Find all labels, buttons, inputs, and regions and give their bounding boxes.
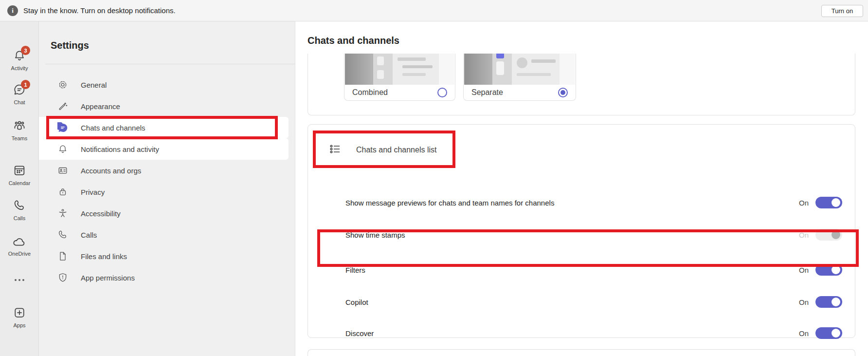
sidebar-item-label: Notifications and activity: [81, 145, 159, 153]
sidebar-item-label: App permissions: [81, 274, 135, 282]
turn-on-button[interactable]: Turn on: [821, 5, 863, 17]
toggle-state-label: On: [799, 266, 809, 274]
id-card-icon: [57, 165, 68, 176]
bell-icon: [57, 144, 68, 154]
sidebar-item-label: Chats and channels: [81, 124, 145, 132]
info-icon: i: [7, 5, 18, 16]
message-previews-toggle[interactable]: [815, 197, 842, 208]
chats-list-card: Chats and channels list Show message pre…: [307, 124, 855, 338]
setting-row-filters: Filters On: [345, 260, 842, 280]
rail-label: Calendar: [0, 180, 39, 186]
sidebar-divider: [45, 64, 295, 64]
option-tile-combined[interactable]: Combined: [344, 54, 455, 101]
sidebar-item-chats-and-channels[interactable]: Chats and channels: [39, 117, 289, 138]
rail-item-activity[interactable]: 3 Activity: [0, 49, 39, 71]
rail-label: Activity: [0, 65, 39, 71]
setting-label: Copilot: [345, 298, 368, 306]
banner-message: Stay in the know. Turn on desktop notifi…: [23, 6, 176, 15]
sidebar-item-privacy[interactable]: Privacy: [39, 181, 289, 203]
combined-radio[interactable]: [437, 88, 447, 97]
ellipsis-icon: [13, 277, 26, 285]
list-section-header: Chats and channels list: [329, 143, 436, 157]
sidebar-item-label: General: [81, 81, 107, 89]
combined-thumbnail: [345, 54, 454, 85]
rail-label: Teams: [0, 135, 39, 141]
sidebar-item-label: Accounts and orgs: [81, 167, 141, 175]
option-label: Separate: [471, 88, 503, 97]
rail-item-teams[interactable]: Teams: [0, 119, 39, 141]
lock-icon: [57, 187, 68, 197]
option-tile-separate[interactable]: Separate: [463, 54, 576, 101]
apps-plus-icon: [13, 306, 26, 321]
rail-label: OneDrive: [0, 251, 39, 257]
sidebar-item-label: Appearance: [81, 102, 120, 111]
discover-toggle[interactable]: [815, 327, 842, 339]
separate-thumbnail: [464, 54, 575, 85]
copilot-toggle[interactable]: [815, 296, 842, 308]
cloud-icon: [12, 236, 27, 250]
page-title: Chats and channels: [307, 35, 399, 46]
setting-label: Show time stamps: [345, 231, 405, 239]
rail-item-apps[interactable]: Apps: [0, 306, 39, 328]
list-icon: [329, 143, 342, 157]
file-icon: [57, 251, 68, 262]
gear-icon: [57, 79, 68, 90]
sidebar-item-accessibility[interactable]: Accessibility: [39, 203, 289, 224]
sidebar-item-general[interactable]: General: [39, 74, 289, 95]
toggle-state-label: On: [799, 298, 809, 306]
chat-filled-icon: [57, 122, 68, 133]
settings-main-panel: Chats and channels Combined: [295, 21, 868, 356]
rail-label: Chat: [0, 99, 39, 105]
rail-label: Apps: [0, 322, 39, 328]
teams-people-icon: [12, 119, 27, 134]
rail-item-calendar[interactable]: Calendar: [0, 164, 39, 186]
sidebar-item-appearance[interactable]: Appearance: [39, 95, 289, 117]
list-section-title: Chats and channels list: [356, 146, 436, 154]
sidebar-item-files-links[interactable]: Files and links: [39, 245, 289, 267]
next-section-card: [307, 349, 855, 356]
sidebar-item-label: Privacy: [81, 188, 105, 196]
activity-badge: 3: [21, 46, 30, 55]
notification-banner: i Stay in the know. Turn on desktop noti…: [0, 0, 868, 21]
app-rail: 3 Activity 1 Chat Teams Calendar: [0, 21, 39, 356]
sidebar-item-label: Accessibility: [81, 209, 121, 218]
setting-label: Discover: [345, 329, 374, 337]
option-label: Combined: [352, 88, 388, 97]
rail-item-calls[interactable]: Calls: [0, 199, 39, 221]
accessibility-person-icon: [57, 208, 68, 219]
settings-sidebar: Settings General Appearance Chats and ch…: [39, 21, 295, 356]
rail-item-chat[interactable]: 1 Chat: [0, 83, 39, 105]
filters-toggle[interactable]: [815, 264, 842, 276]
rail-label: Calls: [0, 215, 39, 221]
teams-settings-window: i Stay in the know. Turn on desktop noti…: [0, 0, 868, 356]
setting-row-time-stamps: Show time stamps On: [345, 225, 842, 244]
display-options-card: Combined Separate: [307, 54, 855, 115]
calendar-icon: [13, 164, 26, 179]
rail-item-onedrive[interactable]: OneDrive: [0, 236, 39, 257]
toggle-state-label: On: [799, 231, 809, 239]
setting-label: Filters: [345, 266, 365, 274]
rail-more-button[interactable]: [0, 277, 39, 285]
setting-row-copilot: Copilot On: [345, 292, 842, 312]
sidebar-item-label: Calls: [81, 231, 97, 239]
time-stamps-toggle: [815, 229, 842, 241]
setting-label: Show message previews for chats and team…: [345, 199, 554, 207]
toggle-state-label: On: [799, 329, 809, 337]
sidebar-item-notifications[interactable]: Notifications and activity: [39, 138, 289, 160]
separate-radio[interactable]: [558, 88, 568, 97]
setting-row-discover: Discover On: [345, 323, 842, 343]
phone-icon: [57, 229, 68, 240]
chat-badge: 1: [21, 80, 30, 89]
settings-title: Settings: [51, 40, 89, 51]
shield-icon: [57, 272, 68, 283]
sidebar-item-app-permissions[interactable]: App permissions: [39, 267, 289, 288]
setting-row-message-previews: Show message previews for chats and team…: [345, 193, 842, 212]
wand-icon: [57, 101, 68, 112]
sidebar-item-label: Files and links: [81, 252, 127, 261]
phone-icon: [13, 199, 26, 214]
sidebar-item-accounts[interactable]: Accounts and orgs: [39, 160, 289, 181]
sidebar-item-calls[interactable]: Calls: [39, 224, 289, 245]
toggle-state-label: On: [799, 199, 809, 207]
